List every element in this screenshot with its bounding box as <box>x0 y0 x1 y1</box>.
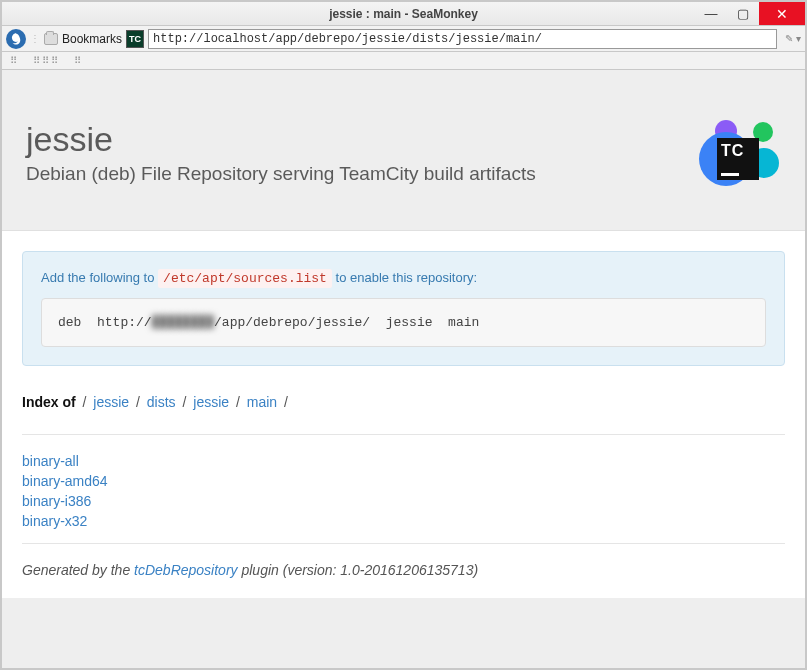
sources-list-path: /etc/apt/sources.list <box>158 269 332 288</box>
window-controls: — ▢ ✕ <box>695 2 805 25</box>
footer-text: Generated by the tcDebRepository plugin … <box>22 562 785 578</box>
window-title: jessie : main - SeaMonkey <box>2 7 805 21</box>
directory-link[interactable]: binary-x32 <box>22 513 87 529</box>
folder-icon <box>44 33 58 45</box>
toolbar-handle-icon[interactable]: ⠿ <box>10 55 19 66</box>
divider <box>22 543 785 544</box>
repo-info-box: Add the following to /etc/apt/sources.li… <box>22 251 785 366</box>
url-actions[interactable]: ✎ ▾ <box>781 33 801 44</box>
url-text: http://localhost/app/debrepo/jessie/dist… <box>153 32 542 46</box>
list-item: binary-all <box>22 453 785 469</box>
navigation-toolbar: ⋮ Bookmarks TC http://localhost/app/debr… <box>2 26 805 52</box>
deb-line-code[interactable]: deb http://████████/app/debrepo/jessie/ … <box>41 298 766 347</box>
page-subtitle: Debian (deb) File Repository serving Tea… <box>26 163 536 185</box>
breadcrumb-link[interactable]: jessie <box>193 394 229 410</box>
repo-info-text: Add the following to /etc/apt/sources.li… <box>41 270 766 286</box>
separator: ⋮ <box>30 33 40 44</box>
breadcrumb: Index of / jessie / dists / jessie / mai… <box>22 394 785 410</box>
deb-suffix: /app/debrepo/jessie/ jessie main <box>214 315 479 330</box>
deb-host-redacted: ████████ <box>152 315 214 330</box>
maximize-button[interactable]: ▢ <box>727 2 759 25</box>
toolbar-handle-icon[interactable]: ⠿⠿⠿ <box>33 55 60 66</box>
teamcity-logo: TC <box>695 120 781 196</box>
browser-window: jessie : main - SeaMonkey — ▢ ✕ ⋮ Bookma… <box>0 0 807 670</box>
deb-prefix: deb http:// <box>58 315 152 330</box>
plugin-link[interactable]: tcDebRepository <box>134 562 238 578</box>
footer-post: plugin (version: 1.0-20161206135713) <box>238 562 479 578</box>
list-item: binary-i386 <box>22 493 785 509</box>
info-posttext: to enable this repository: <box>332 270 477 285</box>
secondary-toolbar: ⠿ ⠿⠿⠿ ⠿ <box>2 52 805 70</box>
page-viewport[interactable]: jessie Debian (deb) File Repository serv… <box>2 70 805 668</box>
toolbar-handle-icon[interactable]: ⠿ <box>74 55 83 66</box>
breadcrumb-link[interactable]: jessie <box>93 394 129 410</box>
list-item: binary-amd64 <box>22 473 785 489</box>
info-pretext: Add the following to <box>41 270 158 285</box>
title-block: jessie Debian (deb) File Repository serv… <box>26 120 536 185</box>
directory-link[interactable]: binary-amd64 <box>22 473 108 489</box>
seamonkey-icon[interactable] <box>6 29 26 49</box>
site-favicon: TC <box>126 30 144 48</box>
list-item: binary-x32 <box>22 513 785 529</box>
page-body: Add the following to /etc/apt/sources.li… <box>2 230 805 598</box>
divider <box>22 434 785 435</box>
bookmarks-label: Bookmarks <box>62 32 122 46</box>
footer-pre: Generated by the <box>22 562 134 578</box>
page-title: jessie <box>26 120 536 159</box>
page-header: jessie Debian (deb) File Repository serv… <box>2 70 805 230</box>
directory-listing: binary-all binary-amd64 binary-i386 bina… <box>22 453 785 529</box>
url-input[interactable]: http://localhost/app/debrepo/jessie/dist… <box>148 29 777 49</box>
breadcrumb-link[interactable]: main <box>247 394 277 410</box>
close-button[interactable]: ✕ <box>759 2 805 25</box>
titlebar: jessie : main - SeaMonkey — ▢ ✕ <box>2 2 805 26</box>
directory-link[interactable]: binary-all <box>22 453 79 469</box>
directory-link[interactable]: binary-i386 <box>22 493 91 509</box>
bookmarks-button[interactable]: Bookmarks <box>44 32 122 46</box>
breadcrumb-link[interactable]: dists <box>147 394 176 410</box>
breadcrumb-label: Index of <box>22 394 76 410</box>
minimize-button[interactable]: — <box>695 2 727 25</box>
